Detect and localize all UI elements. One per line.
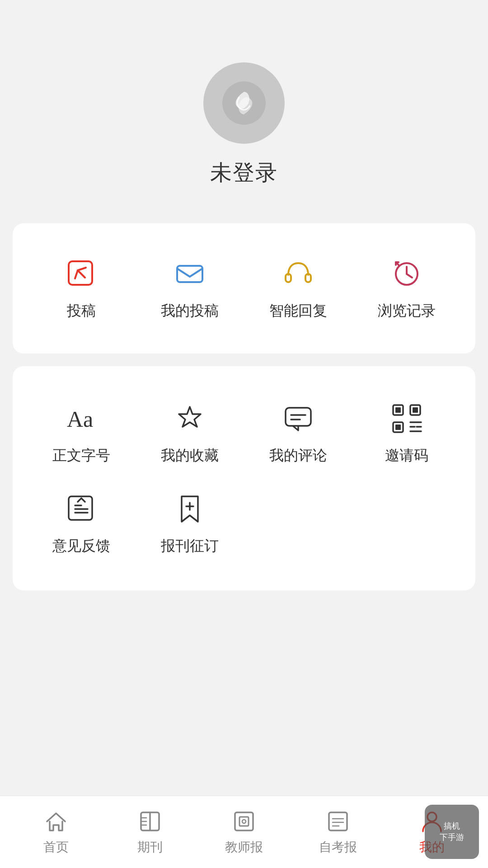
svg-rect-21 [395,407,401,413]
font-size-label: 正文字号 [52,446,110,466]
svg-rect-36 [235,812,253,830]
star-icon [172,401,208,437]
top-bar [0,0,488,35]
menu-item-font-size[interactable]: Aa 正文字号 [27,388,136,478]
nav-item-home[interactable]: 首页 [9,809,103,856]
menu-item-comments[interactable]: 我的评论 [244,388,352,478]
nav-item-teacher[interactable]: 教师报 [197,809,291,856]
invite-code-label: 邀请码 [385,446,428,466]
submit-label: 投稿 [67,301,96,321]
settings-card: Aa 正文字号 我的收藏 我的 [13,366,475,590]
svg-text:Aa: Aa [67,406,93,432]
svg-rect-39 [329,812,347,830]
bottom-nav: 首页 期刊 教师报 自考报 [0,796,488,868]
feedback-icon [63,491,99,527]
history-label: 浏览记录 [378,301,436,321]
comments-label: 我的评论 [269,446,327,466]
quick-actions-card: 投稿 我的投稿 智能回复 [13,223,475,354]
menu-item-subscribe[interactable]: 报刊征订 [136,478,244,569]
menu-item-invite-code[interactable]: 邀请码 [352,388,461,478]
subscribe-label: 报刊征订 [161,536,219,556]
nav-home-label: 首页 [43,839,69,856]
menu-item-history[interactable]: 浏览记录 [352,245,461,332]
feedback-label: 意见反馈 [52,536,110,556]
my-submit-label: 我的投稿 [161,301,219,321]
menu-item-submit[interactable]: 投稿 [27,245,136,332]
username-label: 未登录 [210,158,278,187]
menu-item-favorites[interactable]: 我的收藏 [136,388,244,478]
smart-reply-label: 智能回复 [269,301,327,321]
nav-item-selfexam[interactable]: 自考报 [291,809,385,856]
avatar[interactable] [203,62,285,144]
watermark-text: 搞机下手游 [440,821,464,843]
svg-rect-15 [286,408,311,426]
mail-icon [172,256,208,292]
menu-item-my-submit[interactable]: 我的投稿 [136,245,244,332]
comment-icon [280,401,316,437]
edit-icon [63,256,99,292]
svg-rect-10 [177,266,202,282]
menu-item-feedback[interactable]: 意见反馈 [27,478,136,569]
font-icon: Aa [63,401,99,437]
bookmark-plus-icon [172,491,208,527]
headset-icon [280,256,316,292]
svg-rect-23 [395,425,401,430]
profile-section[interactable]: 未登录 [0,35,488,223]
settings-grid: Aa 正文字号 我的收藏 我的 [27,388,461,569]
nav-item-journal[interactable]: 期刊 [103,809,197,856]
favorites-label: 我的收藏 [161,446,219,466]
nav-teacher-label: 教师报 [225,839,263,856]
history-icon [389,256,425,292]
quick-actions-grid: 投稿 我的投稿 智能回复 [27,245,461,332]
menu-item-smart-reply[interactable]: 智能回复 [244,245,352,332]
qrcode-icon [389,401,425,437]
watermark-badge: 搞机下手游 [425,805,479,859]
svg-rect-22 [413,407,418,413]
nav-selfexam-label: 自考报 [319,839,357,856]
svg-rect-37 [239,817,249,826]
nav-journal-label: 期刊 [137,839,163,856]
svg-point-38 [242,820,246,823]
